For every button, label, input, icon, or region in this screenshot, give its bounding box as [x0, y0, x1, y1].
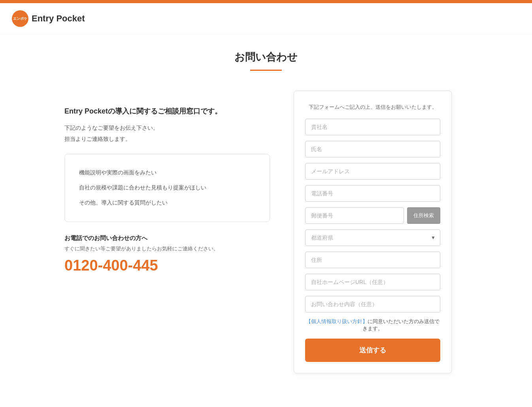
left-section: Entry Pocketの導入に関するご相談用窓口です。 下記のようなご要望をお… [64, 91, 270, 274]
name-input[interactable] [305, 141, 440, 157]
prefecture-select-wrapper: 都道府県 北海道 青森県 岩手県 宮城県 秋田県 山形県 福島県 茨城県 栃木県… [305, 229, 440, 246]
name-field [305, 141, 440, 157]
website-field [305, 274, 440, 290]
page-title: お問い合わせ [0, 50, 532, 64]
postal-field: 住所検索 [305, 207, 440, 224]
phone-field [305, 185, 440, 202]
inquiry-input[interactable] [305, 296, 440, 312]
contact-form-panel: 下記フォームへご記入の上、送信をお願いいたします。 住所検索 [294, 91, 452, 373]
postal-row: 住所検索 [305, 207, 440, 224]
address-search-button[interactable]: 住所検索 [407, 207, 440, 224]
logo[interactable]: エンポケ Entry Pocket [12, 10, 85, 27]
website-input[interactable] [305, 274, 440, 290]
submit-button[interactable]: 送信する [305, 339, 440, 362]
phone-section: お電話でのお問い合わせの方へ すぐに聞きたい等ご要望がありましたらお気軽にご連絡… [64, 235, 270, 274]
title-underline [250, 70, 282, 71]
phone-subtitle: すぐに聞きたい等ご要望がありましたらお気軽にご連絡ください。 [64, 245, 270, 252]
feature-item-2: 自社の規模や課題に合わせた見積もり提案がほしい [79, 180, 255, 195]
email-input[interactable] [305, 163, 440, 180]
privacy-link[interactable]: 【個人情報取り扱い方針】 [306, 318, 368, 324]
logo-text: Entry Pocket [32, 13, 85, 24]
prefecture-field: 都道府県 北海道 青森県 岩手県 宮城県 秋田県 山形県 福島県 茨城県 栃木県… [305, 229, 440, 246]
contact-form: 住所検索 都道府県 北海道 青森県 岩手県 宮城県 秋田県 山形県 福島県 茨城… [305, 119, 440, 362]
feature-item-3: その他、導入に関する質問がしたい [79, 195, 255, 210]
header: エンポケ Entry Pocket [0, 3, 532, 34]
phone-section-title: お電話でのお問い合わせの方へ [64, 235, 270, 242]
page-title-section: お問い合わせ [0, 34, 532, 83]
form-instruction: 下記フォームへご記入の上、送信をお願いいたします。 [305, 104, 440, 111]
company-input[interactable] [305, 119, 440, 135]
phone-input[interactable] [305, 185, 440, 202]
feature-item-1: 機能説明や実際の画面をみたい [79, 165, 255, 180]
logo-badge: エンポケ [12, 10, 28, 27]
prefecture-select[interactable]: 都道府県 北海道 青森県 岩手県 宮城県 秋田県 山形県 福島県 茨城県 栃木県… [305, 229, 440, 246]
main-content: Entry Pocketの導入に関するご相談用窓口です。 下記のようなご要望をお… [49, 83, 483, 397]
intro-title: Entry Pocketの導入に関するご相談用窓口です。 [64, 106, 270, 116]
address-input[interactable] [305, 252, 440, 268]
intro-text: 下記のようなご要望をお伝え下さい。 担当よりご連絡致します。 [64, 122, 270, 144]
email-field [305, 163, 440, 180]
phone-number: 0120-400-445 [64, 257, 270, 274]
postal-input[interactable] [305, 207, 404, 224]
address-field [305, 252, 440, 268]
top-bar [0, 0, 532, 3]
inquiry-field [305, 296, 440, 312]
privacy-note: 【個人情報取り扱い方針】に同意いただいた方のみ送信できます。 [305, 318, 440, 332]
features-box: 機能説明や実際の画面をみたい 自社の規模や課題に合わせた見積もり提案がほしい そ… [64, 154, 270, 222]
company-field [305, 119, 440, 135]
